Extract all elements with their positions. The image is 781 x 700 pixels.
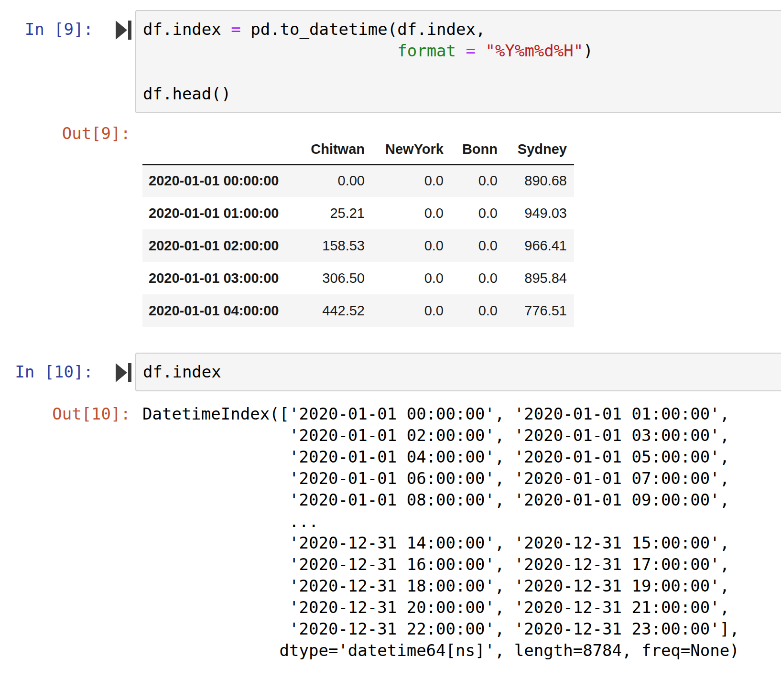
table-cell: 966.41 xyxy=(505,229,574,262)
table-cell: 0.0 xyxy=(372,294,451,327)
output-prompt: Out[10]: xyxy=(0,403,130,425)
code-token: format xyxy=(397,41,456,60)
row-index: 2020-01-01 04:00:00 xyxy=(142,294,298,327)
code-token xyxy=(143,41,397,60)
column-header: Sydney xyxy=(505,135,574,164)
table-row: 2020-01-01 04:00:00442.520.00.0776.51 xyxy=(142,294,574,327)
table-cell: 0.0 xyxy=(451,197,505,229)
code-token: = xyxy=(231,20,240,39)
table-cell: 0.0 xyxy=(372,262,451,294)
code-editor[interactable]: df.index = pd.to_datetime(df.index, form… xyxy=(135,10,781,113)
output-content-9: ChitwanNewYorkBonnSydney2020-01-01 00:00… xyxy=(130,123,574,327)
input-area-9: In [9]: df.index = pd.to_datetime(df.ind… xyxy=(0,10,781,113)
code-content: df.index = pd.to_datetime(df.index, form… xyxy=(143,19,779,105)
table-row: 2020-01-01 02:00:00158.530.00.0966.41 xyxy=(142,229,574,262)
notebook: In [9]: df.index = pd.to_datetime(df.ind… xyxy=(0,0,781,661)
table-cell: 158.53 xyxy=(298,229,372,262)
table-row: 2020-01-01 00:00:000.000.00.0890.68 xyxy=(142,164,574,197)
input-prompt: In [9]: xyxy=(0,10,93,40)
code-token: df.index xyxy=(143,20,231,39)
table-cell: 776.51 xyxy=(505,294,574,327)
table-cell: 949.03 xyxy=(505,197,574,229)
column-header: NewYork xyxy=(372,135,451,164)
index-header xyxy=(142,135,298,164)
table-cell: 0.0 xyxy=(451,294,505,327)
table-cell: 0.0 xyxy=(451,164,505,197)
run-icon-column xyxy=(93,20,135,41)
output-area-10: Out[10]: DatetimeIndex(['2020-01-01 00:0… xyxy=(0,403,781,661)
table-cell: 0.0 xyxy=(372,197,451,229)
input-area-10: In [10]: df.index xyxy=(0,353,781,391)
output-text: DatetimeIndex(['2020-01-01 00:00:00', '2… xyxy=(142,403,739,661)
table-row: 2020-01-01 03:00:00306.500.00.0895.84 xyxy=(142,262,574,294)
code-token: pd.to_datetime(df.index, xyxy=(241,20,486,39)
row-index: 2020-01-01 02:00:00 xyxy=(142,229,298,262)
run-cell-icon[interactable] xyxy=(115,20,132,41)
table-cell: 0.0 xyxy=(372,229,451,262)
code-token: = xyxy=(466,41,476,60)
output-content-10: DatetimeIndex(['2020-01-01 00:00:00', '2… xyxy=(130,403,739,661)
row-index: 2020-01-01 00:00:00 xyxy=(142,164,298,197)
code-token xyxy=(476,41,485,60)
table-cell: 306.50 xyxy=(298,262,372,294)
table-cell: 0.0 xyxy=(372,164,451,197)
table-row: 2020-01-01 01:00:0025.210.00.0949.03 xyxy=(142,197,574,229)
code-token: df.index xyxy=(143,362,221,381)
table-cell: 0.0 xyxy=(451,229,505,262)
table-cell: 0.0 xyxy=(451,262,505,294)
table-cell: 895.84 xyxy=(505,262,574,294)
code-token: "%Y%m%d%H" xyxy=(486,41,584,60)
run-icon-column xyxy=(93,362,135,383)
run-cell-icon[interactable] xyxy=(115,362,132,383)
table-cell: 25.21 xyxy=(298,197,372,229)
code-content: df.index xyxy=(143,361,779,383)
column-header: Bonn xyxy=(451,135,505,164)
table-cell: 0.00 xyxy=(298,164,372,197)
code-token xyxy=(456,41,466,60)
output-area-9: Out[9]: ChitwanNewYorkBonnSydney2020-01-… xyxy=(0,123,781,327)
dataframe-table: ChitwanNewYorkBonnSydney2020-01-01 00:00… xyxy=(142,135,574,327)
table-cell: 890.68 xyxy=(505,164,574,197)
code-editor[interactable]: df.index xyxy=(135,353,781,391)
column-header: Chitwan xyxy=(298,135,372,164)
table-cell: 442.52 xyxy=(298,294,372,327)
header-row: ChitwanNewYorkBonnSydney xyxy=(142,135,574,164)
input-prompt: In [10]: xyxy=(0,353,93,383)
code-cell-9: In [9]: df.index = pd.to_datetime(df.ind… xyxy=(0,10,781,327)
code-cell-10: In [10]: df.index Out[10]: DatetimeIndex… xyxy=(0,353,781,661)
output-prompt: Out[9]: xyxy=(0,123,130,144)
row-index: 2020-01-01 01:00:00 xyxy=(142,197,298,229)
row-index: 2020-01-01 03:00:00 xyxy=(142,262,298,294)
